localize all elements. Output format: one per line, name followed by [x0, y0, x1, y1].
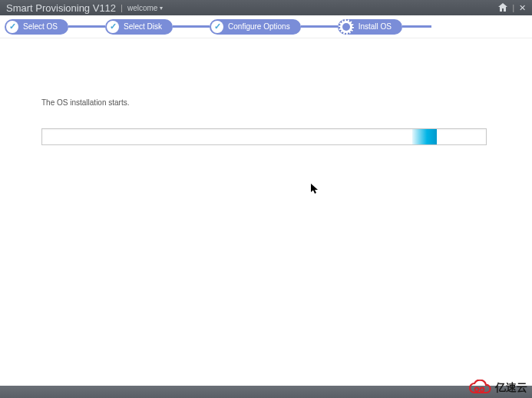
installation-status-text: The OS installation starts.: [41, 98, 491, 107]
step-connector: [173, 25, 210, 28]
welcome-dropdown[interactable]: welcome ▾: [127, 4, 163, 12]
step-label: Select Disk: [124, 22, 162, 31]
app-title: Smart Provisioning V112: [6, 2, 116, 14]
check-icon: ✓: [107, 21, 119, 33]
step-connector: [68, 25, 105, 28]
step-label: Configure Options: [228, 22, 290, 31]
step-install-os[interactable]: Install OS: [338, 19, 402, 35]
home-icon[interactable]: [498, 3, 507, 13]
step-select-os[interactable]: ✓ Select OS: [5, 19, 68, 35]
watermark-logo-icon: [469, 380, 492, 396]
title-bar: Smart Provisioning V112 | welcome ▾ | ✕: [0, 0, 532, 15]
watermark-text: 亿速云: [495, 381, 527, 395]
cursor-icon: [311, 184, 319, 197]
step-connector: [402, 25, 431, 28]
header-controls: | ✕: [498, 3, 526, 13]
wizard-stepper: ✓ Select OS ✓ Select Disk ✓ Configure Op…: [0, 15, 532, 38]
progress-bar: [41, 128, 487, 145]
svg-point-1: [481, 388, 484, 392]
svg-point-0: [475, 388, 479, 392]
step-label: Select OS: [23, 22, 58, 31]
watermark: 亿速云: [469, 380, 527, 396]
chevron-down-icon: ▾: [160, 5, 163, 12]
step-label: Install OS: [359, 22, 392, 31]
check-icon: ✓: [211, 21, 223, 33]
main-content: The OS installation starts.: [0, 38, 532, 145]
step-select-disk[interactable]: ✓ Select Disk: [105, 19, 173, 35]
spinner-icon: [339, 19, 354, 35]
progress-indicator: [412, 129, 437, 144]
close-icon[interactable]: ✕: [519, 3, 526, 13]
footer-bar: [0, 386, 532, 398]
step-configure-options[interactable]: ✓ Configure Options: [210, 19, 301, 35]
welcome-label: welcome: [127, 4, 157, 12]
step-connector: [301, 25, 338, 28]
check-icon: ✓: [6, 21, 18, 33]
title-divider: |: [121, 3, 123, 12]
header-separator: |: [512, 4, 514, 12]
